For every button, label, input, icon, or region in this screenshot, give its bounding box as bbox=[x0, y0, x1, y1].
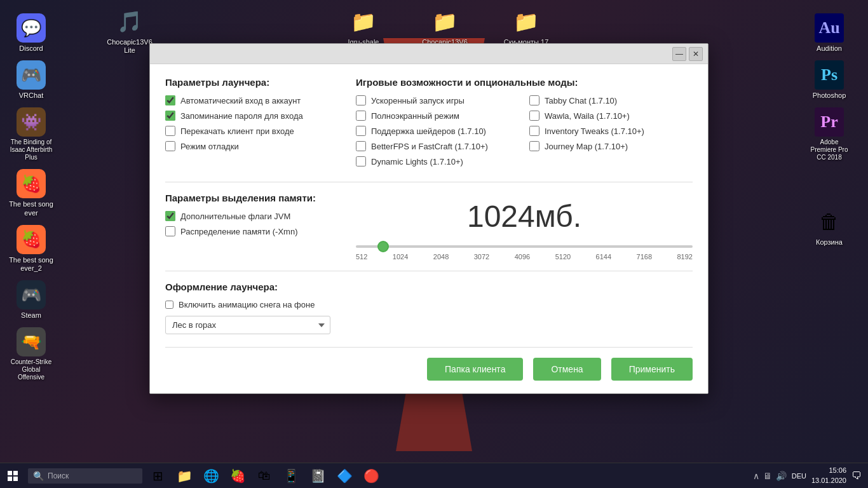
minimize-button[interactable]: — bbox=[672, 47, 686, 61]
desktop-icon-isaac[interactable]: 👾 The Binding of Isaac Afterbirth Plus bbox=[3, 104, 59, 165]
redownload-option[interactable]: Перекачать клиент при входе bbox=[165, 126, 343, 136]
dynlights-option[interactable]: Dynamic Lights (1.7.10+) bbox=[356, 156, 519, 166]
csgo-icon: 🔫 bbox=[17, 327, 46, 356]
fullscreen-label: Полноэкранный режим bbox=[371, 111, 459, 121]
folder3-icon: 📁 bbox=[512, 7, 541, 36]
fast-launch-checkbox[interactable] bbox=[356, 95, 366, 105]
redownload-checkbox[interactable] bbox=[165, 126, 175, 136]
auto-login-label: Автоматический вход в аккаунт bbox=[180, 96, 301, 105]
vrchat-icon: 🎮 bbox=[17, 60, 46, 90]
betterfps-checkbox[interactable] bbox=[356, 141, 366, 151]
desktop-icon-photoshop[interactable]: Ps Photoshop bbox=[801, 57, 857, 104]
memory-section: Параметры выделения памяти: Дополнительн… bbox=[165, 193, 693, 261]
dynlights-checkbox[interactable] bbox=[356, 156, 366, 166]
wawla-checkbox[interactable] bbox=[529, 111, 539, 121]
game-mods-title: Игровые возможности и опциональные моды: bbox=[356, 77, 693, 88]
launcher-params-section: Параметры лаунчера: Автоматический вход … bbox=[165, 77, 343, 172]
journeymap-checkbox[interactable] bbox=[529, 141, 539, 151]
desktop-icon-recycle[interactable]: 🗑 Корзина bbox=[801, 203, 857, 250]
cancel-button[interactable]: Отмена bbox=[533, 358, 600, 381]
fullscreen-option[interactable]: Полноэкранный режим bbox=[356, 111, 519, 121]
song1-label: The best song ever bbox=[8, 200, 54, 217]
jvm-flags-checkbox[interactable] bbox=[165, 211, 175, 221]
desktop-icon-steam[interactable]: 🎮 Steam bbox=[3, 276, 59, 323]
game-mods-section: Игровые возможности и опциональные моды:… bbox=[356, 77, 693, 172]
shaders-option[interactable]: Поддержка шейдеров (1.7.10) bbox=[356, 126, 519, 136]
language-indicator[interactable]: DEU bbox=[792, 472, 806, 480]
remember-pass-checkbox[interactable] bbox=[165, 111, 175, 121]
desktop-icon-discord[interactable]: 💬 Discord bbox=[3, 10, 59, 57]
desktop-icons-left: 💬 Discord 🎮 VRChat 👾 The Binding of Isaa… bbox=[0, 0, 64, 395]
tabbychat-checkbox[interactable] bbox=[529, 95, 539, 105]
journeymap-label: Journey Map (1.7.10+) bbox=[545, 142, 628, 151]
svg-rect-0 bbox=[8, 471, 12, 475]
desktop-icon-audition[interactable]: Au Audition bbox=[801, 10, 857, 57]
dynlights-label: Dynamic Lights (1.7.10+) bbox=[371, 157, 463, 166]
fullscreen-checkbox[interactable] bbox=[356, 111, 366, 121]
wawla-option[interactable]: Wawla, Waila (1.7.10+) bbox=[529, 111, 693, 121]
slider-label-8192: 8192 bbox=[677, 253, 693, 261]
taskbar-onenote[interactable]: 📓 bbox=[305, 463, 330, 489]
taskbar-store[interactable]: 🛍 bbox=[252, 463, 277, 489]
taskbar-chrome[interactable]: 🌐 bbox=[198, 463, 224, 489]
fast-launch-option[interactable]: Ускоренный запуск игры bbox=[356, 95, 519, 105]
xmn-checkbox[interactable] bbox=[165, 226, 175, 236]
appearance-section: Оформление лаунчера: Включить анимацию с… bbox=[165, 281, 693, 334]
journeymap-option[interactable]: Journey Map (1.7.10+) bbox=[529, 141, 693, 151]
tabbychat-option[interactable]: Tabby Chat (1.7.10) bbox=[529, 95, 693, 105]
game-mods-col1: Ускоренный запуск игры Полноэкранный реж… bbox=[356, 95, 519, 172]
notification-icon[interactable]: 🗨 bbox=[851, 470, 862, 482]
desktop-icon-song2[interactable]: 🍓 The best song ever_2 bbox=[3, 221, 59, 276]
taskbar-fl[interactable]: 🍓 bbox=[225, 463, 250, 489]
invtweaks-option[interactable]: Inventory Tweaks (1.7.10+) bbox=[529, 126, 693, 136]
taskbar-app2[interactable]: 🔴 bbox=[358, 463, 384, 489]
snow-checkbox[interactable] bbox=[165, 301, 173, 309]
folder2-icon: 📁 bbox=[430, 7, 459, 36]
desktop-icons-right: Au Audition Ps Photoshop Pr Adobe Premie… bbox=[798, 0, 868, 261]
memory-slider[interactable] bbox=[356, 245, 693, 248]
isaac-label: The Binding of Isaac Afterbirth Plus bbox=[8, 139, 54, 161]
fl-label: Chocapic13V6 Lite bbox=[107, 38, 153, 55]
taskbar-search[interactable]: 🔍 Поиск bbox=[28, 468, 142, 484]
shaders-checkbox[interactable] bbox=[356, 126, 366, 136]
discord-label: Discord bbox=[19, 44, 43, 53]
xmn-option[interactable]: Распределение памяти (-Xmn) bbox=[165, 226, 343, 236]
apply-button[interactable]: Применить bbox=[611, 358, 693, 381]
remember-pass-option[interactable]: Запоминание пароля для входа bbox=[165, 111, 343, 121]
auto-login-checkbox[interactable] bbox=[165, 95, 175, 105]
dialog-buttons: Папка клиента Отмена Применить bbox=[165, 347, 693, 381]
betterfps-option[interactable]: BetterFPS и FastCraft (1.7.10+) bbox=[356, 141, 519, 151]
desktop-icon-vrchat[interactable]: 🎮 VRChat bbox=[3, 57, 59, 104]
search-icon: 🔍 bbox=[33, 471, 44, 481]
betterfps-label: BetterFPS и FastCraft (1.7.10+) bbox=[371, 142, 488, 151]
taskbar-time: 15:06 13.01.2020 bbox=[811, 466, 846, 485]
taskbar-task-view[interactable]: ⊞ bbox=[145, 463, 170, 489]
network-icon: 🖥 bbox=[763, 471, 772, 481]
desktop-icon-song1[interactable]: 🍓 The best song ever bbox=[3, 165, 59, 220]
jvm-flags-option[interactable]: Дополнительные флаги JVM bbox=[165, 211, 343, 221]
search-placeholder: Поиск bbox=[48, 471, 69, 480]
auto-login-option[interactable]: Автоматический вход в аккаунт bbox=[165, 95, 343, 105]
wawla-label: Wawla, Waila (1.7.10+) bbox=[545, 111, 630, 121]
dialog-body: Параметры лаунчера: Автоматический вход … bbox=[150, 64, 708, 393]
snow-option[interactable]: Включить анимацию снега на фоне bbox=[165, 300, 693, 309]
launcher-settings-dialog: — ✕ Параметры лаунчера: Автоматический в… bbox=[149, 43, 709, 394]
chevron-up-icon[interactable]: ∧ bbox=[753, 471, 759, 481]
desktop-icon-csgo[interactable]: 🔫 Counter-Strike Global Offensive bbox=[3, 323, 59, 385]
desktop-icon-premiere[interactable]: Pr Adobe Premiere Pro CC 2018 bbox=[801, 104, 857, 165]
debug-checkbox[interactable] bbox=[165, 141, 175, 151]
start-button[interactable] bbox=[0, 463, 25, 489]
titlebar-buttons: — ✕ bbox=[672, 47, 703, 61]
sound-icon[interactable]: 🔊 bbox=[776, 471, 787, 481]
invtweaks-checkbox[interactable] bbox=[529, 126, 539, 136]
theme-dropdown[interactable]: Лес в горах Зима Лето Осень bbox=[165, 316, 330, 334]
taskbar-app1[interactable]: 🔷 bbox=[332, 463, 357, 489]
folder-button[interactable]: Папка клиента bbox=[427, 358, 523, 381]
dialog-titlebar: — ✕ bbox=[150, 44, 708, 64]
taskbar-file-explorer[interactable]: 📁 bbox=[172, 463, 197, 489]
memory-value-display: 1024мб. bbox=[356, 199, 693, 234]
debug-option[interactable]: Режим отладки bbox=[165, 141, 343, 151]
close-button[interactable]: ✕ bbox=[689, 47, 703, 61]
taskbar-viber[interactable]: 📱 bbox=[278, 463, 304, 489]
fast-launch-label: Ускоренный запуск игры bbox=[371, 96, 465, 105]
